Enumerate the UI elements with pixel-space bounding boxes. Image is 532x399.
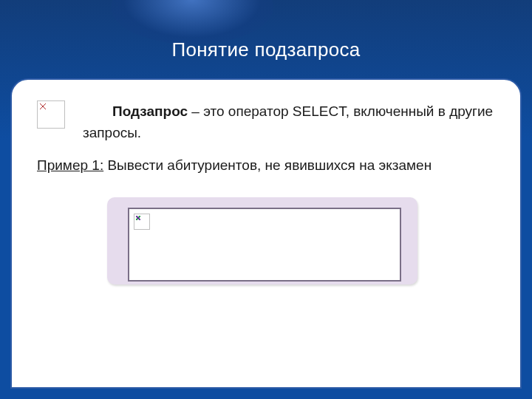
- content-panel: Подзапрос – это оператор SELECT, включен…: [10, 78, 522, 389]
- definition-text: Подзапрос – это оператор SELECT, включен…: [83, 99, 495, 144]
- title-bar: Понятие подзапроса: [0, 38, 532, 61]
- example-text: Вывести абитуриентов, не явившихся на эк…: [103, 157, 432, 173]
- example-line: Пример 1: Вывести абитуриентов, не явивш…: [37, 157, 495, 174]
- decorative-glow: [111, 0, 273, 44]
- broken-image-icon: [37, 100, 65, 129]
- code-illustration: [107, 197, 425, 293]
- broken-image-icon: [134, 214, 150, 230]
- slide: Понятие подзапроса Подзапрос – это опера…: [0, 0, 532, 399]
- code-box-front: [128, 208, 401, 282]
- example-label: Пример 1:: [37, 157, 103, 173]
- definition-row: Подзапрос – это оператор SELECT, включен…: [37, 99, 495, 144]
- slide-title: Понятие подзапроса: [0, 38, 532, 61]
- definition-term: Подзапрос: [112, 103, 188, 119]
